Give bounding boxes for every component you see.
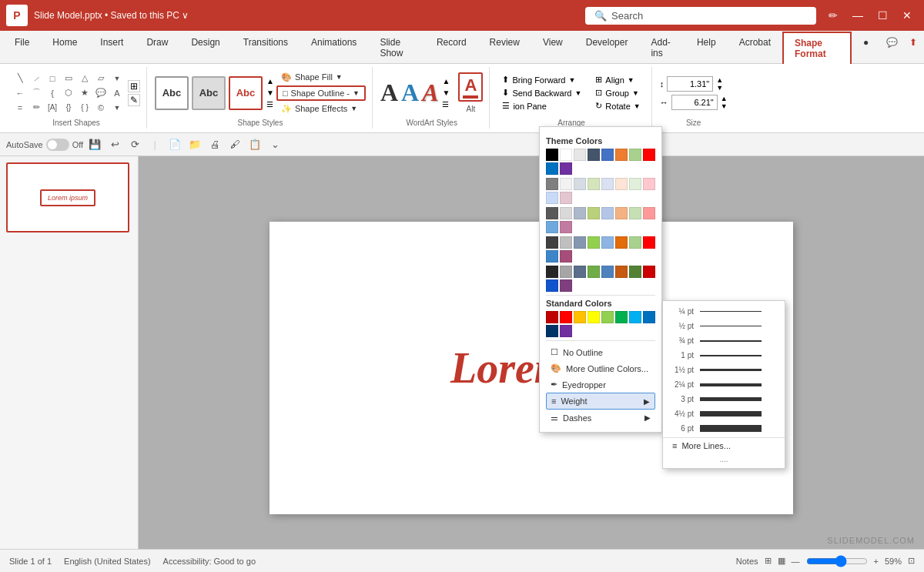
color-swatch[interactable] [574, 207, 586, 219]
color-swatch[interactable] [560, 207, 572, 219]
color-swatch[interactable] [546, 266, 558, 278]
tab-developer[interactable]: Developer [574, 32, 640, 64]
color-swatch[interactable] [643, 149, 655, 161]
color-swatch[interactable] [601, 311, 614, 323]
style-sample-2[interactable]: Abc [192, 76, 226, 110]
color-swatch[interactable] [629, 236, 641, 249]
color-swatch[interactable] [588, 149, 600, 161]
color-swatch[interactable] [574, 178, 586, 190]
send-backward-btn[interactable]: ⬇ Send Backward ▼ [497, 87, 586, 99]
shape-eq[interactable]: = [12, 101, 28, 115]
align-btn[interactable]: ⊞ Align ▼ [591, 74, 644, 85]
color-swatch[interactable] [560, 311, 572, 323]
w-up[interactable]: ▲ [721, 95, 728, 102]
color-swatch[interactable] [615, 311, 628, 323]
shape-round-rect[interactable]: ▭ [61, 72, 76, 85]
color-swatch[interactable] [629, 266, 641, 278]
autosave-toggle[interactable] [46, 139, 69, 151]
color-swatch[interactable] [588, 207, 600, 219]
weight-option[interactable]: 2¼ pt [663, 377, 785, 392]
more-btn[interactable]: ⌄ [266, 136, 283, 153]
wordart-more[interactable]: ☰ [441, 99, 450, 109]
save-btn[interactable]: 💾 [86, 136, 103, 153]
color-swatch[interactable] [560, 250, 572, 263]
color-swatch[interactable] [615, 207, 628, 219]
shape-b5[interactable]: ▼ [109, 101, 125, 115]
wordart-2[interactable]: A [401, 79, 419, 107]
color-swatch[interactable] [546, 236, 558, 249]
shape-line[interactable]: ╲ [12, 72, 28, 85]
notes-btn[interactable]: Notes [736, 557, 758, 566]
shape-fill-btn[interactable]: 🎨 Shape Fill ▼ [276, 71, 366, 84]
new-btn[interactable]: 📄 [166, 136, 183, 153]
style-down[interactable]: ▼ [266, 88, 275, 98]
shape-tri[interactable]: △ [77, 72, 92, 85]
dashes-item[interactable]: ⚌ Dashes ▶ [546, 410, 655, 426]
selection-pane-btn[interactable]: ☰ ion Pane [497, 100, 586, 112]
color-swatch[interactable] [601, 266, 614, 278]
wordart-up[interactable]: ▲ [441, 76, 450, 86]
bring-forward-btn[interactable]: ⬆ Bring Forward ▼ [497, 74, 586, 85]
open-btn[interactable]: 📁 [186, 136, 203, 153]
color-swatch[interactable] [574, 149, 586, 161]
shape-rect[interactable]: □ [45, 72, 60, 85]
color-swatch[interactable] [615, 266, 628, 278]
more-colors-item[interactable]: 🎨 More Outline Colors... [546, 360, 655, 376]
color-swatch[interactable] [574, 236, 586, 249]
shape-para[interactable]: ▱ [93, 72, 109, 85]
shape-outline-btn[interactable]: □ Shape Outline - ▼ [276, 85, 366, 101]
color-swatch[interactable] [643, 207, 655, 219]
color-swatch[interactable] [546, 250, 558, 263]
weight-item[interactable]: ≡ Weight ▶ [546, 393, 655, 410]
color-swatch[interactable] [615, 178, 628, 190]
color-swatch[interactable] [629, 207, 641, 219]
shape-effects-btn[interactable]: ✨ Shape Effects ▼ [276, 102, 366, 115]
color-swatch[interactable] [546, 325, 558, 337]
color-swatch[interactable] [588, 236, 600, 249]
print-btn[interactable]: 🖨 [206, 136, 223, 153]
shape-text[interactable]: A [109, 86, 125, 100]
color-swatch[interactable] [546, 279, 558, 292]
weight-option[interactable]: 3 pt [663, 392, 785, 406]
wordart-down[interactable]: ▼ [441, 88, 450, 98]
color-swatch[interactable] [546, 221, 558, 233]
tab-home[interactable]: Home [41, 32, 89, 64]
weight-option[interactable]: ¼ pt [663, 304, 785, 319]
color-swatch[interactable] [560, 236, 572, 249]
edit-btn[interactable]: ✎ [128, 94, 140, 106]
color-swatch[interactable] [560, 325, 572, 337]
shape-b3[interactable]: { } [77, 101, 92, 115]
weight-option[interactable]: 6 pt [663, 421, 785, 436]
pen-btn[interactable]: ✏ [822, 5, 844, 26]
weight-option[interactable]: 4½ pt [663, 406, 785, 421]
color-swatch[interactable] [560, 162, 572, 175]
style-more[interactable]: ☰ [266, 99, 275, 109]
color-swatch[interactable] [588, 266, 600, 278]
color-swatch[interactable] [629, 311, 641, 323]
tab-review[interactable]: Review [478, 32, 531, 64]
color-swatch[interactable] [560, 266, 572, 278]
rotate-btn[interactable]: ↻ Rotate ▼ [591, 100, 644, 112]
tab-addins[interactable]: Add-ins [639, 32, 685, 64]
color-swatch[interactable] [560, 279, 572, 292]
color-swatch[interactable] [643, 311, 655, 323]
search-box[interactable]: 🔍 Search [585, 7, 816, 25]
tab-file[interactable]: File [3, 32, 41, 64]
color-swatch[interactable] [601, 236, 614, 249]
shape-free[interactable]: ✏ [28, 101, 44, 115]
color-swatch[interactable] [643, 266, 655, 278]
color-swatch[interactable] [560, 192, 572, 204]
w-down[interactable]: ▼ [721, 102, 728, 110]
color-swatch[interactable] [574, 311, 586, 323]
shape-hexagon[interactable]: ⬡ [61, 86, 76, 100]
color-swatch[interactable] [546, 149, 558, 161]
color-swatch[interactable] [546, 178, 558, 190]
status-icon1[interactable]: ⊞ [765, 556, 772, 566]
color-swatch[interactable] [546, 162, 558, 175]
shape-arrow-l[interactable]: ← [12, 86, 28, 100]
color-swatch[interactable] [560, 149, 572, 161]
color-swatch[interactable] [601, 149, 614, 161]
tab-extra2[interactable]: 💬 [875, 32, 898, 64]
color-swatch[interactable] [615, 149, 628, 161]
color-swatch[interactable] [629, 149, 641, 161]
